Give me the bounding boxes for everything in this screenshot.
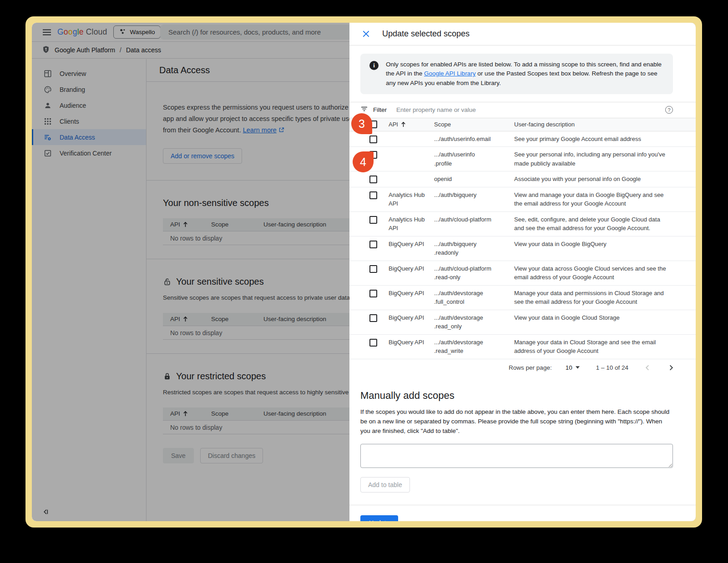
- rows-per-page-label: Rows per page:: [509, 364, 552, 371]
- row-checkbox[interactable]: [369, 314, 377, 322]
- scope-cell: .../auth/userinfo.email: [434, 135, 514, 144]
- scope-row: BigQuery API .../auth/devstorage .read_o…: [349, 310, 696, 335]
- pagination: Rows per page: 10 1 – 10 of 24: [349, 359, 696, 376]
- update-scopes-panel: Update selected scopes i Only scopes for…: [349, 23, 696, 521]
- scope-row: openid Associate you with your personal …: [349, 171, 696, 187]
- description-cell: View and manage your data in Google BigQ…: [514, 191, 673, 208]
- row-checkbox[interactable]: [369, 176, 377, 183]
- description-cell: Manage your data and permissions in Clou…: [514, 289, 673, 307]
- description-cell: See, edit, configure, and delete your Go…: [514, 215, 673, 233]
- description-cell: Associate you with your personal info on…: [514, 175, 673, 184]
- scope-cell: .../auth/devstorage .full_control: [434, 289, 514, 307]
- app-window: Google Cloud Waspello Search (/) for res…: [32, 23, 696, 521]
- row-checkbox[interactable]: [369, 241, 377, 248]
- api-cell: Analytics Hub API: [389, 215, 434, 233]
- annotation-badge-3: 3: [351, 113, 372, 134]
- info-banner: i Only scopes for enabled APIs are liste…: [360, 54, 673, 94]
- api-column-header[interactable]: API: [389, 121, 434, 128]
- close-icon[interactable]: [362, 30, 370, 38]
- scope-row: BigQuery API .../auth/devstorage .read_w…: [349, 335, 696, 359]
- scope-row: Analytics Hub API .../auth/bigquery View…: [349, 187, 696, 212]
- sort-ascending-icon: [401, 121, 406, 127]
- description-cell: Manage your data in Cloud Storage and se…: [514, 338, 673, 356]
- add-to-table-button[interactable]: Add to table: [360, 477, 410, 493]
- manual-scopes-textarea[interactable]: [360, 444, 673, 468]
- scope-cell: .../auth/bigquery: [434, 191, 514, 200]
- api-cell: Analytics Hub API: [389, 191, 434, 208]
- row-checkbox[interactable]: [369, 290, 377, 297]
- manual-add-title: Manually add scopes: [360, 390, 673, 402]
- help-icon[interactable]: ?: [665, 106, 673, 114]
- scope-cell: .../auth/cloud-platform: [434, 215, 514, 224]
- scope-cell: .../auth/devstorage .read_write: [434, 338, 514, 356]
- scope-cell: .../auth/bigquery .readonly: [434, 240, 514, 257]
- scopes-table-body: .../auth/userinfo.email See your primary…: [349, 131, 696, 359]
- row-checkbox[interactable]: [369, 265, 377, 273]
- scope-row: .../auth/userinfo .profile See your pers…: [349, 147, 696, 171]
- scope-row: Analytics Hub API .../auth/cloud-platfor…: [349, 212, 696, 236]
- row-checkbox[interactable]: [369, 216, 377, 224]
- next-page-icon[interactable]: [667, 364, 675, 372]
- filter-input[interactable]: Enter property name or value: [396, 106, 660, 113]
- update-button[interactable]: Update: [360, 515, 398, 521]
- panel-title: Update selected scopes: [382, 29, 470, 39]
- description-cell: View your data in Google Cloud Storage: [514, 313, 673, 322]
- google-api-library-link[interactable]: Google API Library: [424, 70, 475, 77]
- api-cell: BigQuery API: [389, 289, 434, 298]
- scopes-table: API Scope User-facing description .../au…: [349, 118, 696, 359]
- scope-row: BigQuery API .../auth/bigquery .readonly…: [349, 236, 696, 261]
- manual-add-description: If the scopes you would like to add do n…: [360, 407, 673, 436]
- api-cell: BigQuery API: [389, 240, 434, 249]
- row-checkbox[interactable]: [369, 191, 377, 199]
- highlight-frame: Google Cloud Waspello Search (/) for res…: [25, 16, 702, 528]
- scope-row: BigQuery API .../auth/cloud-platform .re…: [349, 261, 696, 286]
- description-cell: View your data across Google Cloud servi…: [514, 264, 673, 282]
- previous-page-icon[interactable]: [644, 364, 652, 372]
- api-cell: BigQuery API: [389, 338, 434, 347]
- panel-header: Update selected scopes: [349, 23, 696, 45]
- api-cell: BigQuery API: [389, 264, 434, 273]
- scopes-table-header: API Scope User-facing description: [349, 118, 696, 131]
- scope-cell: .../auth/userinfo .profile: [434, 150, 514, 168]
- description-cell: See your primary Google Account email ad…: [514, 135, 673, 144]
- api-cell: BigQuery API: [389, 313, 434, 322]
- info-icon: i: [369, 61, 379, 70]
- scope-cell: .../auth/devstorage .read_only: [434, 313, 514, 331]
- page-range: 1 – 10 of 24: [596, 364, 628, 371]
- description-cell: See your personal info, including any pe…: [514, 150, 673, 168]
- manually-add-scopes-section: Manually add scopes If the scopes you wo…: [360, 390, 673, 493]
- filter-label: Filter: [373, 106, 387, 113]
- scope-row: BigQuery API .../auth/devstorage .full_c…: [349, 286, 696, 310]
- scope-cell: openid: [434, 175, 514, 184]
- scope-cell: .../auth/cloud-platform .read-only: [434, 264, 514, 282]
- row-checkbox[interactable]: [369, 339, 377, 347]
- row-checkbox[interactable]: [369, 136, 377, 143]
- chevron-down-icon: [576, 366, 580, 369]
- description-cell: View your data in Google BigQuery: [514, 240, 673, 249]
- annotation-badge-4: 4: [353, 151, 374, 172]
- scope-column-header: Scope: [434, 121, 514, 128]
- filter-bar[interactable]: Filter Enter property name or value ?: [349, 102, 696, 118]
- page-size-select[interactable]: 10: [566, 364, 580, 371]
- scope-row: .../auth/userinfo.email See your primary…: [349, 131, 696, 147]
- description-column-header: User-facing description: [514, 121, 673, 128]
- screenshot-stage: Google Cloud Waspello Search (/) for res…: [0, 0, 728, 563]
- divider: [349, 505, 696, 505]
